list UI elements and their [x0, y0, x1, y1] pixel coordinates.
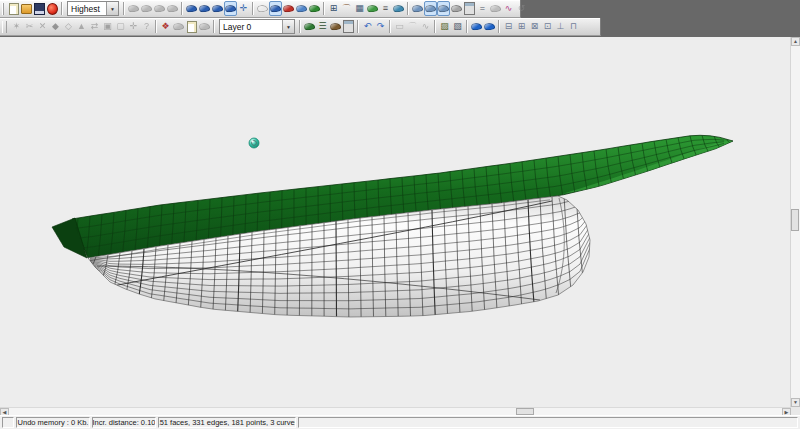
visibility-pattern-icon[interactable]: ▨ [438, 19, 451, 34]
copy-faces-icon [198, 19, 211, 34]
fair-surface-icon: ∿ [419, 19, 432, 34]
crease-edge-icon[interactable]: ⊥ [554, 19, 567, 34]
toolbar-grip[interactable] [2, 3, 4, 15]
layer-align-icon[interactable]: ☰ [316, 19, 329, 34]
collapse-edge-icon[interactable]: ⊠ [528, 19, 541, 34]
hull-red-view-icon[interactable] [282, 1, 295, 16]
hydrostatics-icon[interactable] [463, 1, 476, 16]
grid-icon-glyph: ⊞ [330, 4, 338, 13]
diagonals-icon[interactable] [450, 1, 463, 16]
fair-curve-icon-glyph: ∿ [505, 4, 513, 13]
mirror-faces-icon [172, 19, 185, 34]
toolbar-row-1: Highest▼✛⊞⌒▦≡=∿↺ [0, 0, 521, 18]
new-model-icon[interactable] [7, 1, 20, 16]
grid-icon[interactable]: ⊞ [327, 1, 340, 16]
insert-curve-icon: ⌒ [406, 19, 419, 34]
add-face-icon-glyph: ❖ [161, 22, 169, 31]
chevron-down-icon[interactable]: ▼ [106, 2, 118, 15]
resistance-icon [489, 1, 502, 16]
horizontal-scrollbar[interactable]: ◀ ▶ [0, 407, 791, 415]
hull-green-view-icon[interactable] [308, 1, 321, 16]
bodyplan-view-icon[interactable] [224, 1, 237, 16]
plan-view-icon[interactable] [211, 1, 224, 16]
waterlines-icon-glyph [438, 4, 450, 12]
split-edge-icon-glyph: ⊞ [518, 22, 526, 31]
layer-select[interactable]: Layer 0▼ [219, 19, 295, 34]
delete-box-icon-glyph: ▭ [395, 22, 404, 31]
flowlines-icon[interactable]: = [476, 1, 489, 16]
control-net-icon-glyph: ⌒ [342, 4, 351, 13]
hull-red-view-icon-glyph [283, 4, 295, 12]
save-model-icon[interactable] [33, 1, 46, 16]
hull-green-view-icon-glyph [309, 4, 321, 12]
chevron-down-icon[interactable]: ▼ [282, 20, 294, 33]
app-logo-icon[interactable] [46, 1, 59, 16]
shell-port-icon[interactable] [470, 19, 483, 34]
fair-curve-icon[interactable]: ∿ [502, 1, 515, 16]
waterlines-icon[interactable] [437, 1, 450, 16]
viewport-3d[interactable]: ▲ ▼ [0, 37, 800, 407]
layer-hydrostatics-icon-glyph [343, 20, 354, 33]
perspective-view-icon-glyph [186, 4, 198, 12]
hull-wide-view-icon[interactable] [256, 1, 269, 16]
layer-align-icon-glyph: ☰ [318, 22, 326, 31]
undo-memory-status: Undo memory : 0 Kb. [16, 417, 90, 428]
extrude-edge-icon[interactable]: ⊟ [502, 19, 515, 34]
precision-select[interactable]: Highest▼ [67, 1, 119, 16]
gauss-curvature-mode-icon [153, 1, 166, 16]
snap-pattern-icon[interactable]: ▧ [451, 19, 464, 34]
new-layer-panel-icon-glyph [187, 21, 197, 33]
add-face-icon[interactable]: ❖ [159, 19, 172, 34]
plan-view-icon-glyph [212, 4, 224, 12]
remove-point-icon-glyph: ✕ [39, 22, 47, 31]
layer-hydrostatics-icon[interactable] [342, 19, 355, 34]
point-help-icon: ? [140, 19, 153, 34]
profile-view-icon[interactable] [198, 1, 211, 16]
shell-starboard-icon[interactable] [483, 19, 496, 34]
interior-edges-icon[interactable]: ▦ [353, 1, 366, 16]
unlock-points-icon-glyph: ▢ [116, 22, 125, 31]
toolbar-grip[interactable] [2, 21, 7, 33]
new-layer-panel-icon[interactable] [185, 19, 198, 34]
toolbar-separator [389, 20, 391, 33]
toolbar-separator [466, 20, 468, 33]
crease-edge-icon-glyph: ⊥ [557, 22, 565, 31]
stations-icon[interactable] [411, 1, 424, 16]
edge-mode-icon[interactable]: ⊓ [567, 19, 580, 34]
undo-icon-glyph: ↶ [364, 22, 372, 31]
insert-edge-icon[interactable]: ⊡ [541, 19, 554, 34]
redo-icon[interactable]: ↷ [374, 19, 387, 34]
hull-model [0, 37, 791, 407]
perspective-view-icon[interactable] [185, 1, 198, 16]
zoom-extents-icon[interactable]: ✛ [237, 1, 250, 16]
swap-orientation-icon: ⇄ [88, 19, 101, 34]
control-net-icon[interactable]: ⌒ [340, 1, 353, 16]
split-edge-icon[interactable]: ⊞ [515, 19, 528, 34]
mirror-faces-icon-glyph [173, 22, 185, 30]
buttocks-icon[interactable] [424, 1, 437, 16]
project-polygon-icon-glyph: ◇ [65, 22, 72, 31]
open-model-icon[interactable] [20, 1, 33, 16]
fair-surface-icon-glyph: ∿ [422, 22, 430, 31]
move-point-icon: ✶ [10, 19, 23, 34]
layer-color-icon[interactable] [329, 19, 342, 34]
curvature-icon[interactable] [366, 1, 379, 16]
layer-auto-group-icon[interactable] [303, 19, 316, 34]
profile-view-icon-glyph [199, 4, 211, 12]
hull-both-sides-view-icon[interactable] [295, 1, 308, 16]
control-point-marker[interactable] [249, 138, 259, 148]
buttocks-icon-glyph [425, 4, 437, 12]
toolbar-separator [61, 2, 63, 15]
collapse-point-icon-glyph: ✂ [26, 22, 34, 31]
toolbar-separator [123, 2, 125, 15]
normals-icon[interactable] [392, 1, 405, 16]
undo-icon[interactable]: ↶ [361, 19, 374, 34]
scroll-down-button[interactable]: ▼ [791, 398, 800, 407]
hull-port-view-icon[interactable] [269, 1, 282, 16]
panel-lines-icon[interactable]: ≡ [379, 1, 392, 16]
vertical-scrollbar[interactable]: ▲ ▼ [790, 37, 800, 407]
vertical-scroll-thumb[interactable] [791, 209, 799, 231]
horizontal-scroll-thumb[interactable] [516, 408, 534, 415]
scroll-up-button[interactable]: ▲ [791, 37, 800, 46]
solid-mode-icon [140, 1, 153, 16]
